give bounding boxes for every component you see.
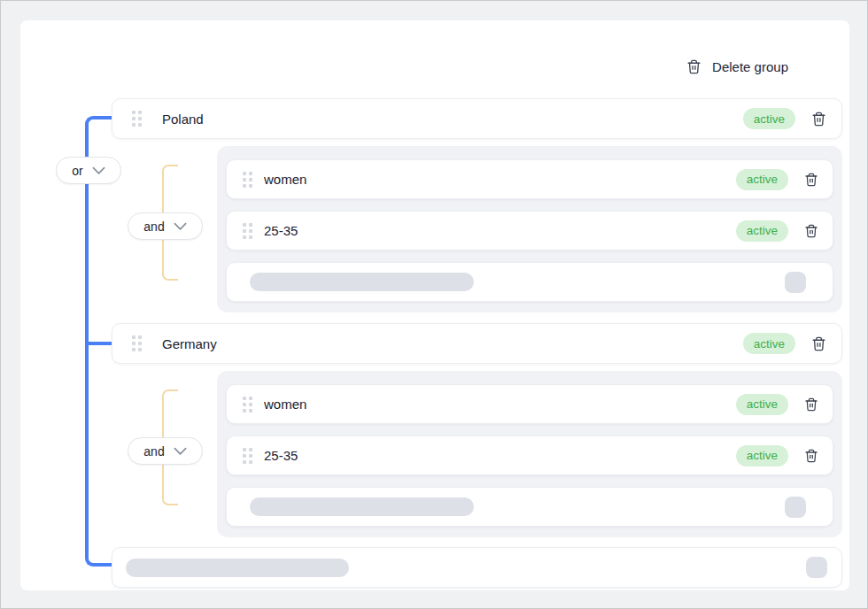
delete-row-button[interactable] [804,223,818,239]
group-operator-select[interactable]: and [128,437,203,465]
group-operator-value: and [143,444,164,459]
chevron-down-icon [174,222,187,231]
drag-handle-icon[interactable] [243,397,252,412]
skeleton-placeholder-bar [250,273,474,291]
group-row-germany[interactable]: Germany active [112,323,842,364]
trash-icon [804,223,818,239]
condition-row-women[interactable]: women active [226,384,833,424]
group-row-placeholder[interactable] [112,547,842,588]
root-operator-select[interactable]: or [56,157,121,184]
group-name: Germany [162,336,217,351]
group-name: Poland [162,112,204,127]
skeleton-placeholder-dot [785,497,806,518]
trash-icon [804,397,818,412]
condition-row-women[interactable]: women active [226,159,833,199]
delete-row-button[interactable] [811,335,826,352]
condition-name: 25-35 [264,448,298,463]
condition-group: women active 25-35 active [217,371,842,537]
skeleton-placeholder-bar [250,497,474,516]
skeleton-placeholder-dot [785,272,806,293]
chevron-down-icon [92,166,105,175]
group-operator-value: and [143,220,164,234]
condition-name: 25-35 [264,223,298,238]
filter-builder-panel: Delete group or and and Poland active [20,20,849,590]
drag-handle-icon[interactable] [243,448,252,464]
condition-name: women [264,172,306,187]
trash-icon [811,111,826,127]
delete-group-button[interactable]: Delete group [686,58,788,75]
condition-group: women active 25-35 active [217,146,842,312]
delete-row-button[interactable] [804,397,818,412]
status-badge: active [736,169,788,190]
status-badge: active [736,394,788,415]
condition-row-age[interactable]: 25-35 active [226,436,833,475]
drag-handle-icon[interactable] [243,223,252,239]
status-badge: active [736,445,788,466]
condition-name: women [264,397,306,412]
skeleton-placeholder-bar [126,559,349,577]
condition-row-age[interactable]: 25-35 active [226,211,833,251]
trash-icon [804,448,818,464]
delete-row-button[interactable] [804,448,818,464]
or-group-connector-branch [89,342,112,345]
drag-handle-icon[interactable] [132,335,142,351]
trash-icon [804,172,818,188]
status-badge: active [736,220,788,242]
condition-row-placeholder[interactable] [226,262,833,302]
condition-row-placeholder[interactable] [226,487,833,527]
drag-handle-icon[interactable] [132,111,142,127]
status-badge: active [743,333,795,354]
status-badge: active [743,108,795,129]
drag-handle-icon[interactable] [243,172,252,188]
delete-row-button[interactable] [804,172,818,188]
group-operator-select[interactable]: and [128,212,203,240]
delete-group-label: Delete group [712,59,788,74]
delete-row-button[interactable] [811,111,826,127]
trash-icon [686,58,701,75]
trash-icon [811,335,826,352]
root-operator-value: or [72,164,82,178]
group-row-poland[interactable]: Poland active [112,98,842,139]
skeleton-placeholder-dot [806,557,827,578]
window-frame: Delete group or and and Poland active [0,0,868,609]
chevron-down-icon [174,447,187,456]
